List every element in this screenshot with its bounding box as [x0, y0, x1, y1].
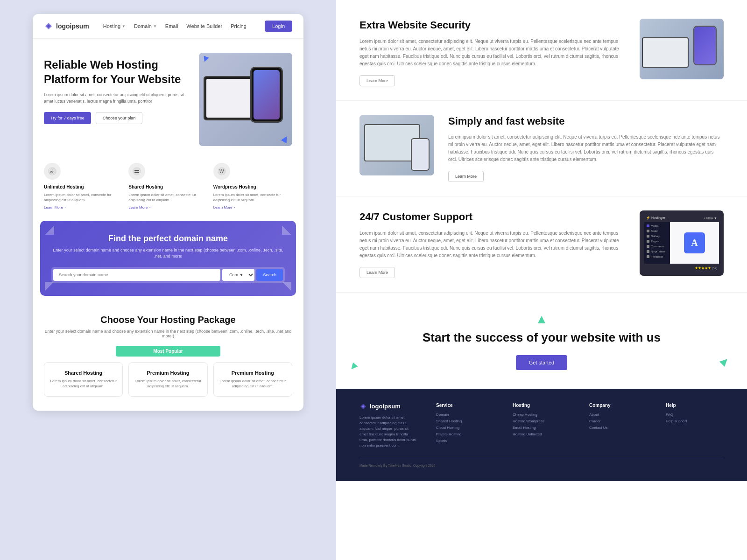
domain-search-button[interactable]: Search: [256, 269, 283, 281]
left-panel: logoipsum Hosting ▼ Domain ▼ Email Websi…: [0, 0, 336, 560]
footer-service-col: Service Domain Shared Hosting Cloud Host…: [436, 403, 494, 448]
chevron-icon: ▼: [153, 24, 157, 28]
footer-company-title: Company: [589, 403, 647, 408]
support-learn-more-button[interactable]: Learn More: [359, 267, 395, 278]
menu-icon: [647, 235, 649, 238]
nav-website-builder[interactable]: Website Builder: [186, 23, 222, 29]
support-section: 24/7 Customer Support Lorem ipsum dolor …: [336, 196, 747, 293]
hero-image: [199, 53, 292, 146]
footer-link-private-hosting[interactable]: Private Hosting: [436, 432, 494, 436]
footer-hosting-title: Hosting: [513, 403, 571, 408]
package-premium-2: Premium Hosting Lorem ipsum dolor sit am…: [213, 362, 292, 397]
nav-email[interactable]: Email: [165, 23, 178, 29]
footer-link-sports[interactable]: Sports: [436, 439, 494, 443]
feature-learn-unlimited[interactable]: Learn More ›: [44, 205, 123, 210]
logo: logoipsum: [44, 21, 89, 31]
footer-link-cloud-hosting[interactable]: Cloud Hosting: [436, 426, 494, 430]
security-learn-more-button[interactable]: Learn More: [359, 75, 395, 86]
footer: logoipsum Lorem ipsum dolor sit amet, co…: [336, 389, 747, 481]
feature-icon-shared: [128, 163, 145, 180]
support-dashboard-image: ⚡ Hostinger + New ▼ Media Slider Gallery…: [640, 210, 724, 276]
footer-link-cheap-hosting[interactable]: Cheap Hosting: [513, 413, 571, 417]
login-button[interactable]: Login: [265, 21, 292, 32]
footer-logo-icon: [359, 403, 367, 410]
svg-rect-4: [134, 172, 139, 173]
choose-plan-button[interactable]: Choose your plan: [96, 112, 143, 124]
footer-link-faq[interactable]: FAQ: [666, 413, 724, 417]
simply-fast-title: Simply and fast website: [448, 115, 724, 128]
packages-grid: Shared Hosting Lorem ipsum dolor sit ame…: [44, 362, 292, 397]
phone-image: [250, 67, 283, 123]
hostinger-label: ⚡ Hostinger: [646, 216, 665, 220]
most-popular-badge: Most Popular: [116, 346, 220, 357]
dashboard-main: A: [670, 222, 719, 264]
security-text: Extra Website Security Lorem ipsum dolor…: [359, 19, 621, 86]
hero-title: Reliable Web Hosting Platform for Your W…: [44, 57, 190, 86]
menu-icon: [647, 224, 649, 227]
trial-button[interactable]: Try for 7 days free: [44, 112, 91, 124]
hero-section: Reliable Web Hosting Platform for Your W…: [33, 39, 303, 155]
server-icon: [132, 167, 141, 176]
hero-description: Lorem ipsum dolor sit amet, consectetur …: [44, 92, 190, 105]
footer-logo-text: logoipsum: [370, 403, 401, 410]
packages-description: Enter your select domain name and choose…: [44, 329, 292, 338]
simply-fast-section: Simply and fast website Lorem ipsum dolo…: [336, 101, 747, 197]
simply-fast-learn-more-button[interactable]: Learn More: [448, 171, 484, 182]
packages-section: Choose Your Hosting Package Enter your s…: [33, 305, 303, 411]
footer-link-help-support[interactable]: Help support: [666, 419, 724, 423]
menu-icon: [647, 240, 649, 243]
feature-desc-shared: Lorem ipsum doler sit amet, consecte tur…: [128, 192, 207, 203]
menu-icon: [647, 250, 649, 253]
hero-content: Reliable Web Hosting Platform for Your W…: [44, 53, 190, 146]
corner-accent-bl: [45, 282, 54, 291]
success-accent-triangle: [538, 316, 545, 323]
footer-link-career[interactable]: Career: [589, 419, 647, 423]
dashboard-letter-icon: A: [684, 232, 705, 253]
feature-title-unlimited: Unlimited Hosting: [44, 184, 123, 189]
hero-buttons: Try for 7 days free Choose your plan: [44, 112, 190, 124]
footer-link-contact[interactable]: Contact Us: [589, 426, 647, 430]
menu-item-pages: Pages: [651, 240, 659, 243]
laptop-device: [642, 37, 689, 68]
footer-copyright: Made Remotely By TakeMeir Studio. Copyri…: [359, 458, 724, 467]
simply-fast-text: Simply and fast website Lorem ipsum dolo…: [448, 115, 724, 182]
simply-fast-description: Lorem ipsum dolor sit amet, consectetur …: [448, 133, 724, 163]
footer-link-about[interactable]: About: [589, 413, 647, 417]
feature-learn-wordpress[interactable]: Learn More ›: [213, 205, 292, 210]
package-name-shared: Shared Hosting: [50, 370, 117, 376]
footer-brand-desc: Lorem ipsum dolor sit amet, consectetur …: [359, 415, 417, 448]
menu-icon: [647, 255, 649, 258]
logo-icon: [44, 21, 53, 31]
nav-pricing[interactable]: Pricing: [231, 23, 247, 29]
footer-link-domain[interactable]: Domain: [436, 413, 494, 417]
menu-icon: [647, 245, 649, 248]
phone-device: [693, 26, 717, 65]
feature-learn-shared[interactable]: Learn More ›: [128, 205, 207, 210]
footer-link-shared-hosting[interactable]: Shared Hosting: [436, 419, 494, 423]
packages-title: Choose Your Hosting Package: [44, 315, 292, 325]
footer-company-col: Company About Career Contact Us: [589, 403, 647, 448]
feature-title-wordpress: Wordpress Hosting: [213, 184, 292, 189]
security-description: Lorem ipsum dolor sit amet, consectetur …: [359, 38, 621, 68]
nav-hosting[interactable]: Hosting ▼: [103, 23, 126, 29]
footer-link-email-hosting[interactable]: Email Hosting: [513, 426, 571, 430]
menu-item-slider: Slider: [651, 230, 658, 232]
footer-link-hosting-wordpress[interactable]: Hosting Wordpress: [513, 419, 571, 423]
nav-domain[interactable]: Domain ▼: [134, 23, 157, 29]
wordpress-icon: W: [217, 167, 226, 176]
domain-extension-select[interactable]: .Com ▼ .net .org .tech: [222, 269, 254, 281]
footer-hosting-col: Hosting Cheap Hosting Hosting Wordpress …: [513, 403, 571, 448]
domain-section: Find the perfect domain name Enter your …: [40, 221, 296, 295]
right-panel: Extra Website Security Lorem ipsum dolor…: [336, 0, 747, 560]
domain-search-input[interactable]: [53, 269, 220, 281]
footer-brand-col: logoipsum Lorem ipsum dolor sit amet, co…: [359, 403, 417, 448]
feature-desc-wordpress: Lorem ipsum doler sit amet, consecte tur…: [213, 192, 292, 203]
menu-item-comments: Comments: [651, 245, 664, 248]
nav-links: Hosting ▼ Domain ▼ Email Website Builder…: [103, 23, 255, 29]
support-description: Lorem ipsum dolor sit amet, consectetur …: [359, 230, 626, 259]
get-started-button[interactable]: Get started: [516, 355, 567, 370]
package-premium-1: Premium Hosting Lorem ipsum dolor sit am…: [128, 362, 207, 397]
footer-grid: logoipsum Lorem ipsum dolor sit amet, co…: [359, 403, 724, 448]
menu-item-media: Media: [651, 224, 658, 227]
footer-link-hosting-unlimited[interactable]: Hosting Unlimited: [513, 432, 571, 436]
